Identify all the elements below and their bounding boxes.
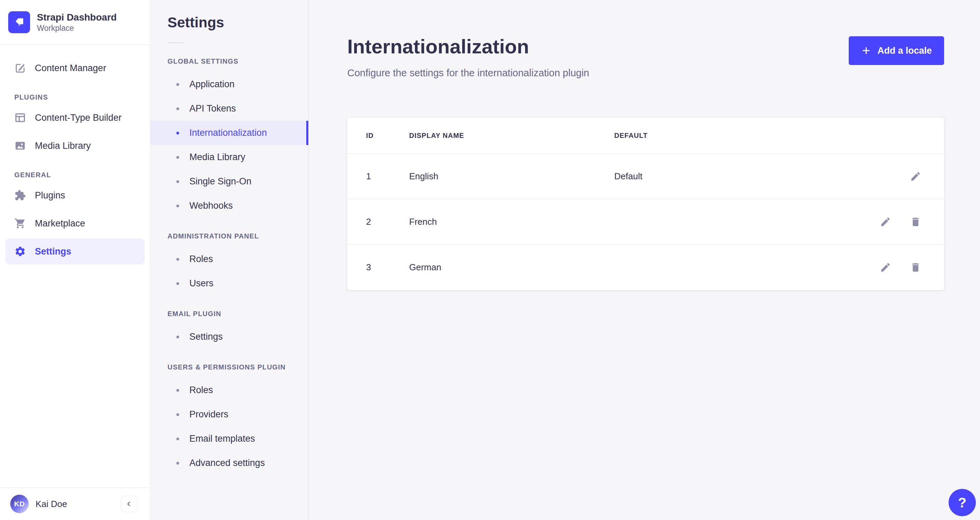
brand-block[interactable]: Strapi Dashboard Workplace — [0, 0, 150, 45]
trash-icon — [910, 216, 921, 228]
delete-locale-button[interactable] — [907, 259, 924, 276]
sidebar-item-label: Plugins — [35, 190, 65, 201]
subnav-item-internationalization[interactable]: Internationalization — [150, 121, 308, 145]
user-name: Kai Doe — [35, 499, 67, 509]
subnav-item-email-settings[interactable]: Settings — [150, 325, 308, 349]
bullet-icon — [177, 83, 179, 86]
delete-locale-button[interactable] — [907, 214, 924, 230]
column-header-id: ID — [366, 132, 409, 140]
user-menu[interactable]: KD Kai Doe — [10, 494, 114, 513]
bullet-icon — [177, 336, 179, 338]
subnav-item-advanced-settings[interactable]: Advanced settings — [150, 451, 308, 475]
subnav-item-label: Email templates — [189, 434, 255, 444]
bullet-icon — [177, 282, 179, 285]
subnav-item-email-templates[interactable]: Email templates — [150, 427, 308, 451]
row-actions — [845, 168, 924, 184]
add-locale-button-label: Add a locale — [877, 46, 932, 56]
subnav-section-global-settings: GLOBAL SETTINGS — [167, 57, 301, 65]
page-subtitle: Configure the settings for the internati… — [347, 67, 944, 79]
cell-display-name: French — [409, 217, 614, 227]
subnav-item-label: Settings — [189, 332, 223, 342]
cell-display-name: German — [409, 262, 614, 273]
subnav-item-application[interactable]: Application — [150, 72, 308, 96]
brand-text: Strapi Dashboard Workplace — [37, 11, 116, 33]
gear-icon — [14, 246, 26, 257]
subnav-item-single-sign-on[interactable]: Single Sign-On — [150, 169, 308, 194]
chevron-left-icon — [125, 500, 133, 508]
bullet-icon — [177, 389, 179, 392]
trash-icon — [910, 262, 921, 273]
sidebar-item-media-library[interactable]: Media Library — [5, 133, 145, 159]
settings-subnav: Settings GLOBAL SETTINGS Application API… — [150, 0, 309, 520]
subnav-item-label: Webhooks — [189, 201, 233, 211]
bullet-icon — [177, 437, 179, 440]
subnav-item-up-roles[interactable]: Roles — [150, 378, 308, 402]
subnav-item-admin-roles[interactable]: Roles — [150, 247, 308, 271]
table-row: 2 French — [347, 199, 944, 245]
subnav-section-email-plugin: EMAIL PLUGIN — [167, 310, 301, 318]
sidebar-item-marketplace[interactable]: Marketplace — [5, 211, 145, 236]
subnav-item-label: Media Library — [189, 152, 245, 163]
pencil-icon — [880, 216, 891, 228]
table-header-row: ID DISPLAY NAME DEFAULT — [347, 118, 944, 154]
sidebar-item-content-manager[interactable]: Content Manager — [5, 55, 145, 81]
cell-id: 1 — [366, 171, 409, 182]
cell-display-name: English — [409, 171, 614, 182]
sidebar-item-plugins[interactable]: Plugins — [5, 182, 145, 208]
sidebar-item-settings[interactable]: Settings — [5, 238, 145, 265]
sidebar-section-plugins: PLUGINS — [14, 93, 142, 101]
main-sidebar: Strapi Dashboard Workplace Content Manag… — [0, 0, 150, 520]
table-row: 1 English Default — [347, 154, 944, 199]
subnav-divider — [167, 42, 184, 43]
bullet-icon — [177, 132, 179, 134]
subnav-item-label: Internationalization — [189, 128, 267, 138]
subnav-section-administration-panel: ADMINISTRATION PANEL — [167, 232, 301, 240]
subnav-item-label: Users — [189, 278, 214, 289]
subnav-item-label: Roles — [189, 385, 213, 396]
cell-default: Default — [614, 171, 845, 182]
table-row: 3 German — [347, 245, 944, 290]
subnav-item-webhooks[interactable]: Webhooks — [150, 194, 308, 218]
bullet-icon — [177, 462, 179, 464]
subnav-section-users-permissions-plugin: USERS & PERMISSIONS PLUGIN — [167, 363, 301, 371]
collapse-sidebar-button[interactable] — [121, 496, 137, 512]
subnav-item-admin-users[interactable]: Users — [150, 271, 308, 295]
bullet-icon — [177, 180, 179, 183]
edit-locale-button[interactable] — [877, 214, 894, 230]
sidebar-section-general: GENERAL — [14, 171, 142, 179]
subnav-item-label: Advanced settings — [189, 458, 265, 468]
column-header-display-name: DISPLAY NAME — [409, 132, 614, 140]
help-button[interactable]: ? — [948, 489, 976, 516]
add-locale-button[interactable]: Add a locale — [849, 36, 944, 65]
bullet-icon — [177, 156, 179, 159]
locales-table-card: ID DISPLAY NAME DEFAULT 1 English Defaul… — [347, 118, 944, 290]
subnav-item-label: Providers — [189, 409, 228, 420]
strapi-logo-icon — [8, 11, 30, 33]
sidebar-item-content-type-builder[interactable]: Content-Type Builder — [5, 105, 145, 131]
sidebar-item-label: Content Manager — [35, 63, 106, 73]
edit-locale-button[interactable] — [877, 259, 894, 276]
question-mark-icon: ? — [958, 495, 966, 510]
avatar: KD — [10, 494, 29, 513]
subnav-item-media-library[interactable]: Media Library — [150, 145, 308, 169]
cart-icon — [14, 218, 26, 229]
sidebar-footer: KD Kai Doe — [0, 488, 150, 520]
cell-id: 3 — [366, 262, 409, 273]
sidebar-item-label: Marketplace — [35, 218, 85, 229]
subnav-item-providers[interactable]: Providers — [150, 402, 308, 427]
bullet-icon — [177, 107, 179, 110]
subnav-item-label: Single Sign-On — [189, 176, 251, 187]
sidebar-item-label: Media Library — [35, 140, 91, 151]
brand-name: Strapi Dashboard — [37, 11, 116, 23]
sidebar-nav: Content Manager PLUGINS Content-Type Bui… — [0, 45, 150, 265]
bullet-icon — [177, 204, 179, 207]
content-type-builder-icon — [14, 112, 26, 123]
media-library-icon — [14, 140, 26, 152]
content-manager-icon — [14, 62, 26, 74]
pencil-icon — [880, 262, 891, 273]
plus-icon — [861, 46, 871, 56]
pencil-icon — [910, 171, 921, 182]
edit-locale-button[interactable] — [907, 168, 924, 184]
subnav-item-api-tokens[interactable]: API Tokens — [150, 96, 308, 121]
row-actions — [845, 214, 924, 230]
